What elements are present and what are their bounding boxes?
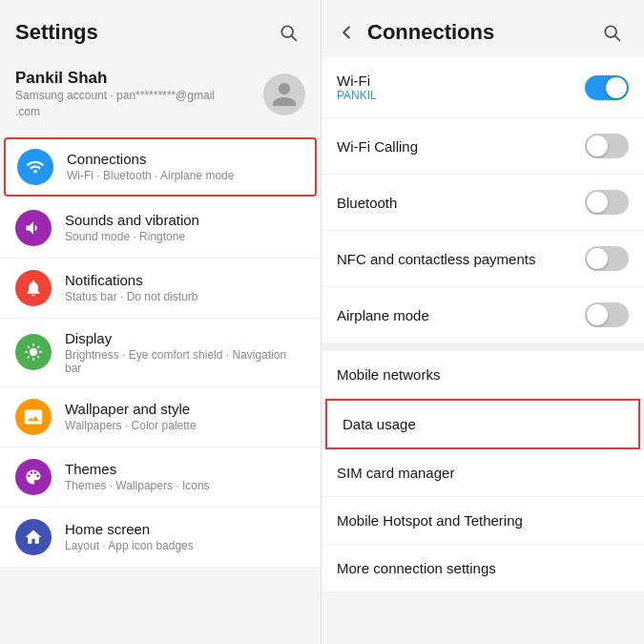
sim-manager-text: SIM card manager — [337, 465, 629, 481]
bluetooth-text: Bluetooth — [337, 195, 585, 211]
airplane-toggle-knob — [587, 304, 608, 325]
more-settings-text: More connection settings — [337, 560, 629, 576]
display-title: Display — [65, 330, 305, 346]
wallpaper-icon — [15, 399, 52, 435]
data-usage-title: Data usage — [343, 416, 623, 432]
mobile-networks-text: Mobile networks — [337, 366, 629, 383]
connections-search-button[interactable] — [594, 15, 629, 50]
settings-item-notifications[interactable]: Notifications Status bar · Do not distur… — [0, 259, 321, 319]
connections-icon — [17, 149, 53, 185]
connections-title: Connections — [67, 151, 303, 167]
themes-title: Themes — [65, 461, 305, 477]
conn-item-data-usage[interactable]: Data usage — [325, 399, 640, 449]
user-section[interactable]: Pankil Shah Samsung account · pan*******… — [0, 57, 321, 135]
bluetooth-toggle-knob — [587, 192, 608, 213]
settings-item-sounds[interactable]: Sounds and vibration Sound mode · Ringto… — [0, 198, 321, 259]
settings-item-display[interactable]: Display Brightness · Eye comfort shield … — [0, 319, 321, 387]
wifi-title: Wi-Fi — [337, 73, 585, 89]
wifi-subtitle: PANKIL — [337, 89, 585, 102]
bluetooth-title: Bluetooth — [337, 195, 585, 211]
conn-item-nfc[interactable]: NFC and contactless payments — [322, 231, 644, 287]
homescreen-icon — [15, 519, 52, 555]
wifi-calling-toggle-knob — [587, 135, 608, 156]
conn-item-hotspot[interactable]: Mobile Hotspot and Tethering — [322, 497, 644, 545]
homescreen-title: Home screen — [65, 521, 305, 537]
settings-item-wallpaper[interactable]: Wallpaper and style Wallpapers · Color p… — [0, 387, 321, 447]
more-settings-title: More connection settings — [337, 560, 629, 576]
conn-item-mobile-networks[interactable]: Mobile networks — [322, 351, 644, 399]
conn-item-wifi-calling[interactable]: Wi-Fi Calling — [322, 118, 644, 175]
connections-subtitle: Wi-Fi · Bluetooth · Airplane mode — [67, 169, 303, 182]
user-name: Pankil Shah — [15, 69, 252, 88]
wallpaper-text: Wallpaper and style Wallpapers · Color p… — [65, 401, 305, 432]
hotspot-title: Mobile Hotspot and Tethering — [337, 512, 629, 529]
notifications-subtitle: Status bar · Do not disturb — [65, 290, 305, 303]
notifications-icon — [15, 270, 52, 306]
airplane-toggle[interactable] — [585, 302, 629, 327]
conn-item-sim-manager[interactable]: SIM card manager — [322, 449, 644, 497]
homescreen-text: Home screen Layout · App icon badges — [65, 521, 305, 552]
bluetooth-toggle[interactable] — [585, 190, 629, 215]
themes-text: Themes Themes · Wallpapers · Icons — [65, 461, 305, 492]
nfc-toggle-knob — [587, 248, 608, 269]
sounds-title: Sounds and vibration — [65, 212, 305, 228]
conn-item-more-settings[interactable]: More connection settings — [322, 545, 644, 592]
wallpaper-subtitle: Wallpapers · Color palette — [65, 419, 305, 432]
right-header: Connections — [322, 0, 644, 57]
display-icon — [15, 334, 52, 370]
wifi-toggle[interactable] — [585, 75, 629, 100]
display-text: Display Brightness · Eye comfort shield … — [65, 330, 305, 375]
nfc-text: NFC and contactless payments — [337, 251, 585, 267]
user-info: Pankil Shah Samsung account · pan*******… — [15, 69, 252, 120]
sounds-subtitle: Sound mode · Ringtone — [65, 230, 305, 243]
sounds-text: Sounds and vibration Sound mode · Ringto… — [65, 212, 305, 243]
settings-item-connections[interactable]: Connections Wi-Fi · Bluetooth · Airplane… — [4, 137, 317, 197]
settings-title: Settings — [15, 20, 98, 45]
homescreen-subtitle: Layout · App icon badges — [65, 539, 305, 552]
left-panel: Settings Pankil Shah Samsung account · p… — [0, 0, 322, 644]
wallpaper-title: Wallpaper and style — [65, 401, 305, 417]
wifi-calling-toggle[interactable] — [585, 134, 629, 158]
sounds-icon — [15, 210, 52, 246]
wifi-calling-title: Wi-Fi Calling — [337, 138, 585, 155]
wifi-text: Wi-Fi PANKIL — [337, 73, 585, 102]
airplane-text: Airplane mode — [337, 307, 585, 323]
themes-subtitle: Themes · Wallpapers · Icons — [65, 479, 305, 492]
sim-manager-title: SIM card manager — [337, 465, 629, 481]
hotspot-text: Mobile Hotspot and Tethering — [337, 512, 629, 529]
connections-list: Wi-Fi PANKIL Wi-Fi Calling Bluetooth — [322, 57, 644, 644]
settings-item-homescreen[interactable]: Home screen Layout · App icon badges — [0, 508, 321, 568]
left-header: Settings — [0, 0, 321, 57]
divider-1 — [322, 343, 644, 351]
notifications-title: Notifications — [65, 272, 305, 288]
conn-item-airplane[interactable]: Airplane mode — [322, 287, 644, 343]
avatar — [263, 73, 305, 115]
svg-line-1 — [292, 36, 297, 41]
airplane-title: Airplane mode — [337, 307, 585, 323]
back-button[interactable] — [329, 15, 364, 50]
data-usage-text: Data usage — [343, 416, 623, 432]
wifi-calling-text: Wi-Fi Calling — [337, 138, 585, 155]
connections-page-title: Connections — [367, 20, 591, 45]
wifi-toggle-knob — [606, 77, 627, 98]
nfc-title: NFC and contactless payments — [337, 251, 585, 267]
display-subtitle: Brightness · Eye comfort shield · Naviga… — [65, 348, 305, 375]
avatar-icon — [270, 80, 299, 109]
mobile-networks-title: Mobile networks — [337, 366, 629, 383]
settings-item-themes[interactable]: Themes Themes · Wallpapers · Icons — [0, 447, 321, 508]
settings-list: Connections Wi-Fi · Bluetooth · Airplane… — [0, 135, 321, 644]
themes-icon — [15, 459, 52, 495]
svg-line-3 — [615, 36, 620, 41]
connections-text: Connections Wi-Fi · Bluetooth · Airplane… — [67, 151, 303, 182]
conn-item-bluetooth[interactable]: Bluetooth — [322, 175, 644, 231]
nfc-toggle[interactable] — [585, 246, 629, 271]
search-button[interactable] — [271, 15, 305, 50]
right-panel: Connections Wi-Fi PANKIL Wi-Fi Calling — [322, 0, 644, 644]
user-account: Samsung account · pan*********@gmail.com — [15, 88, 252, 120]
notifications-text: Notifications Status bar · Do not distur… — [65, 272, 305, 303]
conn-item-wifi[interactable]: Wi-Fi PANKIL — [322, 57, 644, 118]
